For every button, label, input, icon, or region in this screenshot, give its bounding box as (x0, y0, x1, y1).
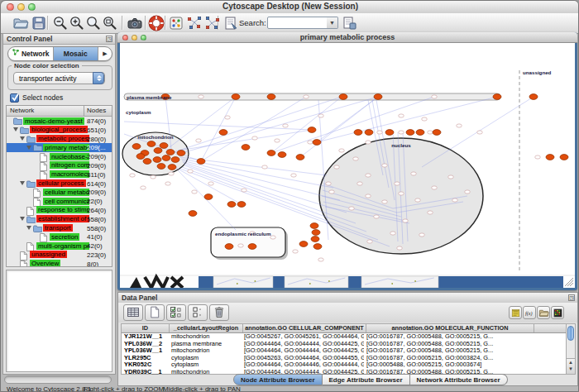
tab-network[interactable]: Network (8, 47, 54, 60)
tree-row[interactable]: cellular metabol209(0) (7, 188, 112, 197)
network-canvas[interactable]: plasma membranecytoplasmmitochondrionnuc… (120, 43, 575, 288)
tab-overflow-arrow[interactable]: ▶ (98, 47, 112, 60)
table-cell[interactable]: [GO:0016787, GO:0005488, GO:0005215, G..… (364, 347, 531, 355)
zoom-out-icon[interactable] (52, 15, 69, 31)
tree-row[interactable]: nitrogen compo209(0) (7, 161, 112, 170)
unselect-attributes-icon[interactable] (188, 304, 208, 321)
network-window-titlebar[interactable]: primary metabolic process (117, 32, 577, 43)
column-header[interactable]: annotation.GO MOLECULAR_FUNCTION (366, 324, 534, 332)
table-cell[interactable]: YPL036W__2 (122, 341, 169, 348)
new-attribute-icon[interactable] (145, 304, 165, 321)
table-cell[interactable]: [GO:0044464, GO:0044446, GO:0044444, G..… (242, 361, 364, 369)
zoom-selected-icon[interactable] (85, 15, 102, 31)
table-row[interactable]: YKR052Ccytoplasm[GO:0044464, GO:0044446,… (122, 361, 566, 369)
zoom-fit-icon[interactable] (102, 15, 118, 31)
network-tree-header[interactable]: Network Nodes (7, 106, 112, 117)
table-cell[interactable]: mitochondrion (169, 347, 242, 355)
search-input[interactable] (267, 17, 330, 29)
layout-network-alt-icon[interactable] (204, 15, 221, 31)
open-file-icon[interactable] (12, 15, 29, 31)
float-panel-icon[interactable]: ◳ (568, 294, 575, 301)
column-header[interactable]: _cellularLayoutRegion (170, 324, 243, 332)
attribute-table-header[interactable]: ID_cellularLayoutRegionannotation.GO CEL… (122, 324, 566, 333)
tree-row[interactable]: nucleobase-209(0) (7, 152, 112, 161)
table-cell[interactable]: cytoplasm (169, 361, 242, 369)
tree-row[interactable]: biological_process651(0) (7, 126, 112, 135)
disclosure-triangle-icon[interactable] (20, 181, 25, 185)
table-cell[interactable]: YLR295C (122, 355, 169, 362)
disclosure-triangle-icon[interactable] (20, 136, 25, 141)
tab-edge-attribute-browser[interactable]: Edge Attribute Browser (323, 374, 410, 385)
tree-row[interactable]: primary metabo209(... (7, 143, 112, 152)
tree-row[interactable]: transport558(0) (7, 224, 112, 233)
table-cell[interactable]: YJR121W__1 (122, 333, 169, 341)
import-attributes-icon[interactable] (537, 306, 550, 319)
disclosure-triangle-icon[interactable] (26, 226, 31, 230)
tree-row[interactable]: cell communicat22(0) (7, 197, 112, 206)
table-cell[interactable]: [GO:0016787, GO:0005488, GO:0005215, G..… (364, 341, 531, 348)
search-options-icon[interactable] (342, 15, 358, 31)
disclosure-triangle-icon[interactable] (26, 146, 31, 150)
scrollbar-arrows[interactable]: ▲▼ (567, 358, 575, 374)
tree-row[interactable]: cellular process614(0) (7, 179, 112, 189)
save-session-icon[interactable] (31, 15, 47, 31)
table-cell[interactable]: mitochondrion (169, 369, 242, 376)
tab-mosaic[interactable]: Mosaic (54, 47, 99, 60)
select-nodes-checkbox[interactable] (10, 93, 19, 103)
table-row[interactable]: YPL036W__2plasma membrane[GO:0044464, GO… (122, 341, 566, 348)
table-cell[interactable]: [GO:0044464, GO:0044444, GO:0044425, G..… (242, 341, 364, 348)
tree-row[interactable]: response to stimulu264(0) (7, 206, 112, 215)
layout-network-icon[interactable] (186, 15, 203, 31)
zoom-in-icon[interactable] (69, 15, 85, 31)
table-cell[interactable]: [GO:0044464, GO:0044444, GO:0044425, G..… (242, 347, 364, 355)
tree-row[interactable]: establishment of lo558(0) (7, 215, 112, 224)
table-cell[interactable]: [GO:0005488, GO:0005215, GO:0003674] (364, 361, 531, 369)
node-color-dropdown[interactable]: transporter activity (13, 72, 105, 84)
table-cell[interactable]: [GO:0045263, GO:0044464, GO:0044455, G..… (242, 355, 364, 362)
attribute-table-icon[interactable] (123, 304, 143, 321)
column-header[interactable]: annotation.GO CELLULAR_COMPONENT (243, 324, 366, 332)
help-lifesaver-icon[interactable] (148, 15, 165, 31)
tree-row[interactable]: secretion41(0) (7, 232, 112, 241)
tree-row[interactable]: metabolic process280(0) (7, 135, 112, 144)
tab-node-attribute-browser[interactable]: Node Attribute Browser (233, 374, 323, 385)
table-cell[interactable]: cytoplasm (169, 355, 242, 362)
tree-item-label: establishment of lo (36, 215, 89, 222)
table-cell[interactable]: YDR039C__1 (122, 369, 169, 376)
tree-row[interactable]: mosaic-demo-yeast874(0) (7, 117, 112, 126)
table-cell[interactable]: [GO:0045267, GO:0045261, GO:0044464, G..… (242, 333, 364, 341)
delete-attribute-icon[interactable] (209, 304, 229, 321)
search-dropdown-arrow[interactable]: ▼ (327, 17, 338, 29)
notepad-icon[interactable] (509, 306, 522, 319)
table-row[interactable]: YJR121W__1mitochondrion[GO:0045267, GO:0… (122, 333, 566, 341)
tree-row[interactable]: unassigned223(0) (7, 251, 112, 260)
formula-icon[interactable]: f(x) (523, 306, 536, 319)
disclosure-triangle-icon[interactable] (20, 217, 25, 221)
snapshot-camera-icon[interactable] (127, 15, 143, 31)
select-attributes-icon[interactable] (166, 304, 186, 321)
tree-row[interactable]: Overview8(0) (7, 260, 112, 267)
table-cell[interactable]: [GO:0016787, GO:0005215, GO:0003824, G..… (364, 355, 531, 362)
scrollbar-thumb[interactable] (567, 326, 574, 341)
table-row[interactable]: YPL036W__1mitochondrion[GO:0044464, GO:0… (122, 347, 566, 355)
column-divider[interactable] (84, 106, 84, 116)
tree-row[interactable]: macromolecule311(0) (7, 170, 112, 179)
vizmapper-icon[interactable] (168, 15, 184, 31)
select-nodes-row[interactable]: Select nodes (10, 93, 63, 103)
tree-row[interactable]: multi-organism pro42(0) (7, 241, 112, 251)
table-cell[interactable]: plasma membrane (169, 341, 242, 348)
table-scrollbar[interactable]: ▲▼ (566, 323, 576, 375)
network-graph[interactable]: plasma membranecytoplasmmitochondrionnuc… (120, 43, 575, 288)
float-panel-icon[interactable]: ◳ (106, 36, 112, 42)
annotation-icon[interactable] (223, 15, 239, 31)
table-row[interactable]: YLR295Ccytoplasm[GO:0045263, GO:0044464,… (122, 355, 566, 362)
table-cell[interactable]: YPL036W__1 (122, 347, 169, 355)
table-cell[interactable]: [GO:0016787, GO:0005488, GO:0005215, G..… (364, 333, 531, 341)
table-cell[interactable]: mitochondrion (169, 333, 242, 341)
disclosure-triangle-icon[interactable] (13, 127, 18, 131)
attribute-matrix-icon[interactable] (551, 306, 564, 319)
table-cell[interactable]: YKR052C (122, 361, 169, 369)
column-header[interactable]: ID (122, 324, 170, 332)
tab-network-attribute-browser[interactable]: Network Attribute Browser (410, 374, 508, 385)
birdseye-view-panel[interactable] (6, 270, 112, 372)
